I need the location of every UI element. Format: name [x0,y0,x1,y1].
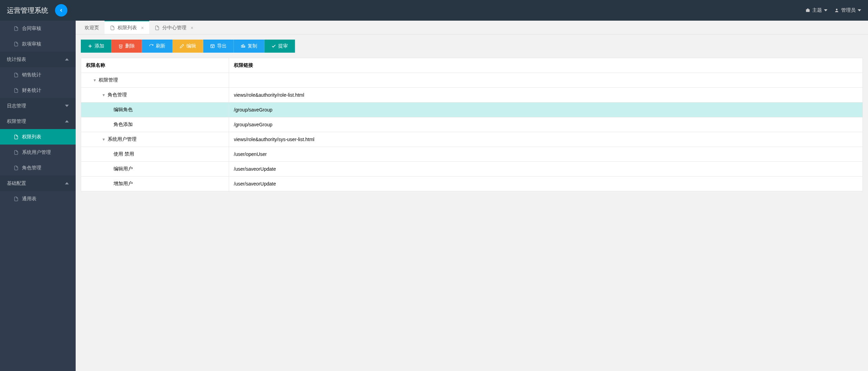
sidebar-item-label: 销售统计 [22,72,41,78]
permission-name: 系统用户管理 [108,136,137,142]
permission-table: 权限名称 权限链接 ▼权限管理▼角色管理views/role&authority… [81,58,863,191]
file-icon [110,25,115,30]
tab[interactable]: 权限列表× [105,21,149,34]
sidebar-group-label: 日志管理 [7,103,26,109]
sidebar-item[interactable]: 角色管理 [0,160,76,176]
tab-label: 分中心管理 [162,25,186,31]
sidebar-item[interactable]: 财务统计 [0,83,76,98]
refresh-button[interactable]: 刷新 [142,40,173,53]
theme-label: 主题 [812,7,822,13]
sidebar-item-label: 角色管理 [22,165,41,171]
tab-bar: 欢迎页权限列表×分中心管理× [76,21,868,34]
sidebar-item[interactable]: 权限列表 [0,129,76,145]
tab-close-button[interactable]: × [191,25,193,31]
sidebar-item-label: 款项审核 [22,41,41,47]
delete-label: 删除 [125,43,135,49]
toolbar: 添加 删除 刷新 编辑 导出 [81,40,863,53]
header: 运营管理系统 主题 管理员 [0,0,868,21]
sidebar-item[interactable]: 合同审核 [0,21,76,36]
caret-down-icon [65,104,69,108]
table-row[interactable]: ▼角色管理views/role&authority/role-list.html [81,88,863,103]
copy-button[interactable]: 复制 [234,40,264,53]
refresh-label: 刷新 [156,43,165,49]
svg-marker-7 [65,182,69,184]
sidebar-item[interactable]: 通用表 [0,191,76,206]
file-icon [14,197,19,201]
app-title: 运营管理系统 [7,6,48,15]
file-icon [14,150,19,155]
cell-link: /user/openUser [229,147,863,162]
copy-label: 复制 [248,43,257,49]
cell-name: ▼角色管理 [81,88,229,103]
permission-name: 编辑角色 [113,107,133,112]
submit-button[interactable]: 提审 [264,40,295,53]
cell-link: views/role&authority/role-list.html [229,88,863,103]
table-row[interactable]: 使用 禁用/user/openUser [81,147,863,162]
tree-toggle-icon[interactable]: ▼ [102,93,106,97]
add-button[interactable]: 添加 [81,40,111,53]
export-icon [210,44,215,49]
sidebar-item[interactable]: 款项审核 [0,36,76,52]
permission-name: 使用 禁用 [113,151,134,157]
permission-name: 权限管理 [99,77,118,83]
sidebar-group-label: 权限管理 [7,118,26,125]
table-row[interactable]: 编辑角色/group/saveGroup [81,103,863,117]
table-row[interactable]: 编辑用户/user/saveorUpdate [81,162,863,177]
edit-label: 编辑 [186,43,196,49]
table-row[interactable]: 角色添加/group/saveGroup [81,117,863,132]
table-row[interactable]: ▼权限管理 [81,73,863,88]
briefcase-icon [805,8,810,13]
sidebar-item-label: 权限列表 [22,134,41,140]
column-header-link[interactable]: 权限链接 [229,58,863,73]
file-icon [155,25,160,30]
tree-toggle-icon[interactable]: ▼ [93,78,97,82]
cell-link [229,73,863,88]
file-icon [14,135,19,139]
sidebar-item[interactable]: 销售统计 [0,67,76,83]
chevron-left-icon [59,8,64,13]
tab-label: 欢迎页 [85,25,99,31]
sidebar-group[interactable]: 统计报表 [0,52,76,67]
sidebar-item-label: 合同审核 [22,25,41,32]
cell-link: /user/saveorUpdate [229,177,863,191]
cell-link: views/role&authority/sys-user-list.html [229,132,863,147]
cell-name: 增加用户 [81,177,229,191]
file-icon [14,88,19,93]
cell-name: 使用 禁用 [81,147,229,162]
theme-menu[interactable]: 主题 [805,7,827,13]
copy-icon [241,44,246,49]
cell-link: /group/saveGroup [229,103,863,117]
table-row[interactable]: 增加用户/user/saveorUpdate [81,177,863,191]
export-button[interactable]: 导出 [203,40,234,53]
sidebar-group[interactable]: 基础配置 [0,176,76,191]
tree-toggle-icon[interactable]: ▼ [102,137,106,141]
sidebar-collapse-button[interactable] [55,4,67,17]
column-header-name[interactable]: 权限名称 [81,58,229,73]
cell-link: /user/saveorUpdate [229,162,863,177]
permission-name: 增加用户 [113,181,133,186]
caret-down-icon [824,9,827,12]
trash-icon [118,44,123,49]
export-label: 导出 [217,43,227,49]
tab-close-button[interactable]: × [141,25,144,31]
table-row[interactable]: ▼系统用户管理views/role&authority/sys-user-lis… [81,132,863,147]
svg-rect-15 [244,46,245,47]
caret-up-icon [65,119,69,123]
sidebar-group[interactable]: 权限管理 [0,114,76,129]
svg-point-2 [836,9,838,10]
user-icon [834,8,839,13]
check-icon [271,44,276,49]
add-label: 添加 [95,43,104,49]
sidebar-group[interactable]: 日志管理 [0,98,76,114]
sidebar-item[interactable]: 系统用户管理 [0,145,76,160]
svg-marker-1 [824,9,827,11]
tab[interactable]: 分中心管理× [149,21,199,34]
file-icon [14,42,19,46]
cell-name: ▼系统用户管理 [81,132,229,147]
tab[interactable]: 欢迎页 [79,21,105,34]
delete-button[interactable]: 删除 [111,40,142,53]
user-menu[interactable]: 管理员 [834,7,861,13]
edit-button[interactable]: 编辑 [173,40,203,53]
svg-marker-3 [858,9,861,11]
svg-marker-4 [65,58,69,61]
